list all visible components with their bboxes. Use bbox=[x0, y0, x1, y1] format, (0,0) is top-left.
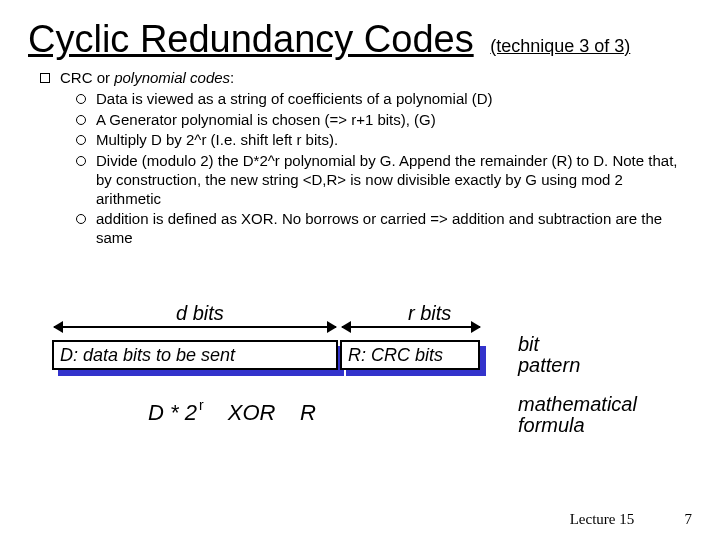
crc-bits-text: R: CRC bits bbox=[348, 345, 443, 366]
list-item-text: Multiply D by 2^r (I.e. shift left r bit… bbox=[96, 131, 692, 150]
mathematical-formula-label: mathematical formula bbox=[518, 394, 637, 436]
circle-bullet-icon bbox=[76, 156, 86, 166]
double-arrow-icon bbox=[342, 326, 480, 328]
formula-xor: XOR bbox=[228, 400, 276, 425]
slide-footer: Lecture 15 7 bbox=[570, 511, 692, 528]
list-item: Data is viewed as a string of coefficien… bbox=[76, 90, 692, 109]
bullet-heading-text: CRC or polynomial codes: bbox=[60, 69, 692, 88]
double-arrow-icon bbox=[54, 326, 336, 328]
circle-bullet-icon bbox=[76, 135, 86, 145]
list-item: A Generator polynomial is chosen (=> r+1… bbox=[76, 111, 692, 130]
crc-diagram: d bits r bits D: data bits to be sent R:… bbox=[48, 300, 672, 460]
formula-r: R bbox=[300, 400, 316, 425]
list-item-text: Data is viewed as a string of coefficien… bbox=[96, 90, 692, 109]
formula-exponent: r bbox=[199, 397, 204, 413]
math-line1: mathematical bbox=[518, 394, 637, 415]
bullet-heading: CRC or polynomial codes: bbox=[40, 69, 692, 88]
sub-bullet-list: Data is viewed as a string of coefficien… bbox=[76, 90, 692, 248]
circle-bullet-icon bbox=[76, 94, 86, 104]
square-bullet-icon bbox=[40, 73, 50, 83]
data-bits-text: D: data bits to be sent bbox=[60, 345, 235, 366]
heading-suffix: : bbox=[230, 69, 234, 86]
formula-text: D * 2r XOR R bbox=[148, 400, 316, 426]
lecture-label: Lecture 15 bbox=[570, 511, 635, 527]
crc-bits-box: R: CRC bits bbox=[340, 340, 480, 370]
list-item-text: Divide (modulo 2) the D*2^r polynomial b… bbox=[96, 152, 692, 208]
list-item-text: A Generator polynomial is chosen (=> r+1… bbox=[96, 111, 692, 130]
list-item: addition is defined as XOR. No borrows o… bbox=[76, 210, 692, 248]
circle-bullet-icon bbox=[76, 115, 86, 125]
formula-d: D * 2 bbox=[148, 400, 197, 425]
list-item-text: addition is defined as XOR. No borrows o… bbox=[96, 210, 692, 248]
bit-pattern-label: bit pattern bbox=[518, 334, 580, 376]
heading-em: polynomial codes bbox=[114, 69, 230, 86]
page-number: 7 bbox=[656, 511, 692, 528]
slide: Cyclic Redundancy Codes (technique 3 of … bbox=[0, 0, 720, 540]
d-bits-label: d bits bbox=[176, 302, 224, 325]
data-bits-box: D: data bits to be sent bbox=[52, 340, 338, 370]
title-paren: (technique 3 of 3) bbox=[490, 36, 630, 56]
heading-prefix: CRC or bbox=[60, 69, 114, 86]
math-line2: formula bbox=[518, 415, 637, 436]
r-bits-label: r bits bbox=[408, 302, 451, 325]
list-item: Divide (modulo 2) the D*2^r polynomial b… bbox=[76, 152, 692, 208]
title-main: Cyclic Redundancy Codes bbox=[28, 18, 474, 60]
slide-title: Cyclic Redundancy Codes (technique 3 of … bbox=[28, 18, 692, 61]
list-item: Multiply D by 2^r (I.e. shift left r bit… bbox=[76, 131, 692, 150]
bit-pattern-line1: bit bbox=[518, 334, 580, 355]
bullet-list: CRC or polynomial codes: Data is viewed … bbox=[40, 69, 692, 248]
bit-pattern-line2: pattern bbox=[518, 355, 580, 376]
circle-bullet-icon bbox=[76, 214, 86, 224]
